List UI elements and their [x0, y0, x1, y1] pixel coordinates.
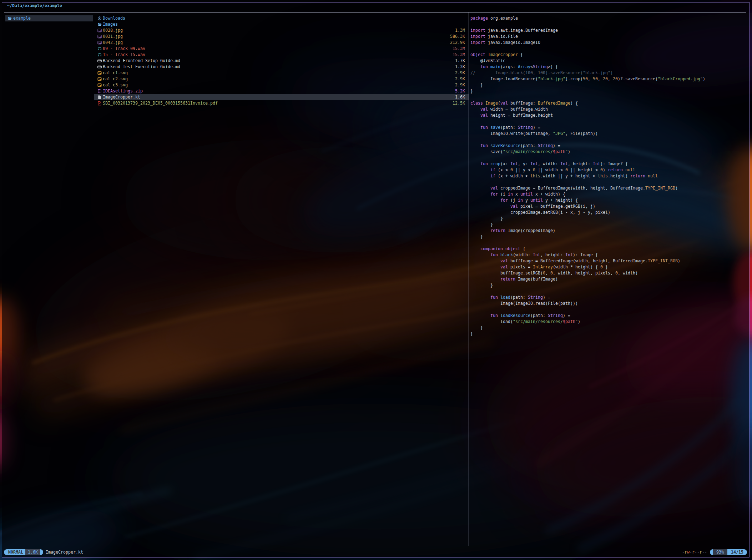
image-svg-icon [97, 77, 102, 81]
file-row[interactable]: 15 - Track 15.wav15.3M [94, 52, 469, 58]
permission-char: - [702, 550, 705, 555]
code-line [470, 240, 746, 246]
file-name: Images [103, 21, 118, 27]
code-line [470, 179, 746, 185]
status-right: -rw-r--r-- 93% 14/15 [682, 549, 747, 555]
file-name: SBI_0032013739_2023_DE05_0003155631Invoi… [103, 100, 218, 106]
position-pill-left-cap [710, 549, 713, 555]
code-line: // Image.black(100, 100).saveResource("b… [470, 70, 746, 76]
permission-char: - [690, 550, 692, 555]
code-line [470, 118, 746, 125]
file-row[interactable]: cal-c2.svg2.9K [94, 76, 469, 82]
code-line: val pixels = IntArray(width * height) { … [470, 264, 746, 270]
file-row[interactable]: 0042.jpg212.9K [94, 40, 469, 46]
file-name: 0028.jpg [103, 27, 123, 34]
code-line: val pixel = buffImage.getRGB(i, j) [470, 203, 746, 210]
file-size: 12.5K [453, 100, 469, 106]
cursor-position: 14/15 [727, 549, 747, 555]
code-line [470, 46, 746, 52]
status-left: NORMAL 1.6K ImageCropper.kt [4, 549, 83, 555]
file-name: Backend_Frontend_Setup_Guide.md [103, 58, 180, 64]
code-line: import javax.imageio.ImageIO [470, 40, 746, 46]
code-line [470, 21, 746, 27]
permission-char: r [692, 550, 695, 555]
file-row[interactable]: 0028.jpg1.3M [94, 27, 469, 34]
image-icon [97, 40, 102, 45]
code-line: fun saveResource(path: String) = [470, 143, 746, 149]
file-row[interactable]: Backend_Test_Execution_Guide.md1.3K [94, 64, 469, 70]
file-row[interactable]: Backend_Frontend_Setup_Guide.md1.7K [94, 58, 469, 64]
file-row[interactable]: cal-c1.svg2.9K [94, 70, 469, 76]
file-row[interactable]: Images [94, 21, 469, 27]
code-line: val croppedImage = BufferedImage(width, … [470, 185, 746, 191]
code-line: @JvmStatic [470, 58, 746, 64]
file-row[interactable]: 09 - Track 09.wav15.3M [94, 46, 469, 52]
code-line: ImageIO.write(buffImage, "JPG", File(pat… [470, 131, 746, 137]
status-bar: NORMAL 1.6K ImageCropper.kt -rw-r--r-- 9… [4, 549, 747, 555]
file-name: 15 - Track 15.wav [103, 52, 145, 58]
file-name: 09 - Track 09.wav [103, 46, 145, 52]
file-size: 2.9K [455, 70, 469, 76]
code-line: } [470, 88, 746, 94]
code-line: } [470, 82, 746, 88]
file-row[interactable]: 0031.jpg586.3K [94, 34, 469, 40]
code-line: companion object { [470, 246, 746, 252]
code-line: for (j in y until y + height) { [470, 197, 746, 203]
code-line [470, 307, 746, 313]
file-size: 15.3M [453, 46, 469, 52]
status-filename: ImageCropper.kt [46, 549, 83, 555]
current-directory-pane: Downloads Images 0028.jpg1.3M 0031.jpg58… [94, 12, 469, 546]
file-row-selected[interactable]: ImageCropper.kt1.6K [94, 94, 469, 100]
headphones-icon [97, 52, 102, 57]
file-row[interactable]: cal-c3.svg2.9K [94, 82, 469, 88]
pdf-icon [97, 101, 102, 106]
code-line: fun save(path: String) = [470, 125, 746, 131]
code-line: package org.example [470, 15, 746, 21]
permission-char: - [695, 550, 697, 555]
file-name: 0042.jpg [103, 40, 123, 46]
code-line: load("src/main/resources/$path") [470, 319, 746, 325]
code-line: fun crop(x: Int, y: Int, width: Int, hei… [470, 161, 746, 167]
file-name: ImageCropper.kt [103, 94, 140, 100]
code-line: val buffImage = BufferedImage(width, hei… [470, 258, 746, 264]
code-line: class Image(val buffImage: BufferedImage… [470, 100, 746, 106]
file-name: Backend_Test_Execution_Guide.md [103, 64, 180, 70]
file-preview-pane[interactable]: package org.exampleimport java.awt.image… [469, 12, 746, 546]
permission-char: r [685, 550, 687, 555]
file-size: 1.3K [455, 64, 469, 70]
file-size: 15.3M [453, 52, 469, 58]
file-size: 212.9K [450, 40, 469, 46]
code-line: Image.loadResource("black.jpg").crop(50,… [470, 76, 746, 82]
code-line: fun load(path: String) = [470, 294, 746, 301]
file-row[interactable]: SBI_0032013739_2023_DE05_0003155631Invoi… [94, 100, 469, 106]
code-line: } [470, 331, 746, 337]
folder-open-icon [97, 22, 102, 27]
file-row[interactable]: IDEAsettings.zip5.2K [94, 88, 469, 94]
file-name: IDEAsettings.zip [103, 88, 143, 94]
permission-char: - [705, 550, 707, 555]
file-name: cal-c3.svg [103, 82, 128, 88]
code-preview: package org.exampleimport java.awt.image… [470, 15, 746, 337]
code-line: save("src/main/resources/$path") [470, 149, 746, 155]
code-line: val height = buffImage.height [470, 112, 746, 118]
markdown-icon [97, 59, 102, 63]
code-line: croppedImage.setRGB(i - x, j - y, pixel) [470, 210, 746, 216]
code-line: } [470, 216, 746, 222]
code-line: import java.io.File [470, 34, 746, 40]
code-line: } [470, 222, 746, 228]
file-permissions: -rw-r--r-- [682, 549, 707, 555]
code-line: val width = buffImage.width [470, 106, 746, 112]
file-row[interactable]: Downloads [94, 15, 469, 21]
image-svg-icon [97, 83, 102, 87]
file-name: Downloads [103, 15, 125, 21]
parent-dir-name: example [13, 15, 31, 21]
permission-char: - [697, 550, 700, 555]
code-line: Image(ImageIO.read(File(path))) [470, 301, 746, 307]
folder-download-icon [97, 16, 102, 21]
file-size: 1.6K [455, 94, 469, 100]
code-line: for (i in x until x + width) { [470, 191, 746, 197]
code-line: import java.awt.image.BufferedImage [470, 27, 746, 34]
code-line [470, 155, 746, 161]
parent-dir-item[interactable]: example [5, 15, 93, 21]
code-line: return Image(croppedImage) [470, 228, 746, 234]
